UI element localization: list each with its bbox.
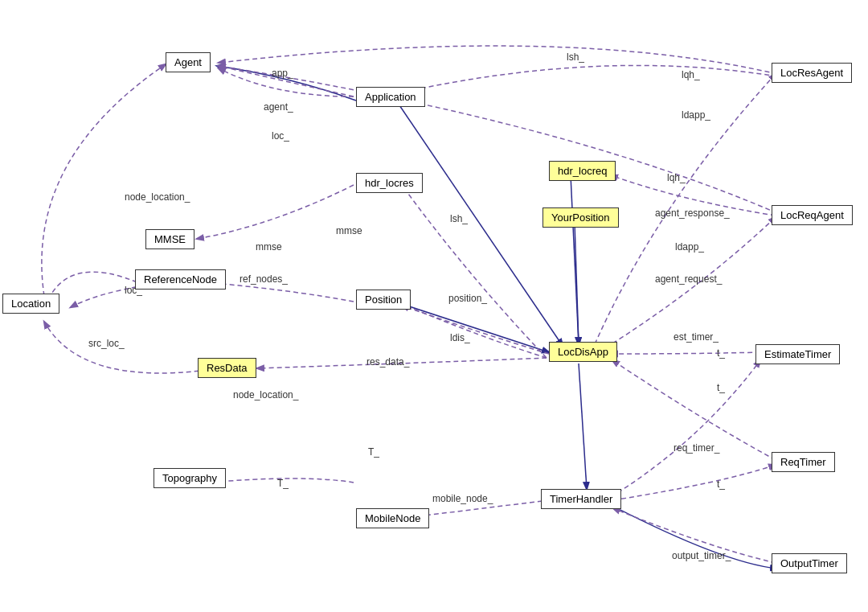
label-ldapp1: ldapp_ xyxy=(682,109,710,121)
node-loc-req-agent: LocReqAgent xyxy=(772,205,853,225)
node-your-position: YourPosition xyxy=(542,207,619,228)
node-mmse: MMSE xyxy=(145,229,194,249)
label-node-location1: node_location_ xyxy=(125,191,190,203)
label-t2: t_ xyxy=(717,382,725,393)
node-position: Position xyxy=(356,290,411,310)
label-t3: t_ xyxy=(717,479,725,490)
label-output-timer: output_timer_ xyxy=(672,550,731,561)
label-req-timer: req_timer_ xyxy=(674,442,719,454)
node-mobile-node: MobileNode xyxy=(356,508,429,528)
node-reference-node: ReferenceNode xyxy=(135,269,226,290)
label-ldis: ldis_ xyxy=(450,332,470,343)
label-mmse2: mmse xyxy=(256,241,282,253)
node-hdr-locres: hdr_locres xyxy=(356,173,423,193)
label-lqh2: lqh_ xyxy=(667,172,686,183)
label-mmse1: mmse xyxy=(336,225,362,236)
label-est-timer: est_timer_ xyxy=(674,331,719,343)
label-src-loc: src_loc_ xyxy=(88,338,125,349)
label-lsh1: lsh_ xyxy=(450,213,468,224)
label-position: position_ xyxy=(448,293,487,304)
node-loc-res-agent: LocResAgent xyxy=(772,63,852,83)
diagram-canvas: Agent Application hdr_locres hdr_locreq … xyxy=(0,0,868,612)
label-mobile-node: mobile_node_ xyxy=(432,493,493,504)
label-agent: agent_ xyxy=(264,101,293,113)
node-req-timer: ReqTimer xyxy=(772,452,835,472)
label-T1: T_ xyxy=(368,446,379,458)
node-estimate-timer: EstimateTimer xyxy=(755,344,840,364)
node-output-timer: OutputTimer xyxy=(772,553,847,573)
label-lqh1: lqh_ xyxy=(682,69,700,80)
node-application: Application xyxy=(356,87,425,107)
label-app: app_ xyxy=(272,68,293,79)
label-t1: t_ xyxy=(717,347,725,359)
label-res-data: res_data_ xyxy=(366,356,409,368)
label-lsh2: lsh_ xyxy=(567,51,584,63)
arrows-svg xyxy=(0,0,868,612)
label-node-location2: node_location_ xyxy=(233,389,298,400)
node-loc-dis-app: LocDisApp xyxy=(549,342,617,362)
node-timer-handler: TimerHandler xyxy=(541,489,621,509)
label-ldapp2: ldapp_ xyxy=(675,241,704,253)
label-agent-response: agent_response_ xyxy=(655,207,730,219)
label-ref-nodes: ref_nodes_ xyxy=(240,273,288,285)
node-location: Location xyxy=(2,294,59,314)
node-res-data: ResData xyxy=(198,358,256,378)
node-agent: Agent xyxy=(166,52,211,72)
label-loc: loc_ xyxy=(272,130,289,142)
label-agent-request: agent_request_ xyxy=(655,273,722,285)
label-T2: T_ xyxy=(277,478,289,489)
node-hdr-locreq: hdr_locreq xyxy=(549,161,616,181)
node-topography: Topography xyxy=(154,468,226,488)
